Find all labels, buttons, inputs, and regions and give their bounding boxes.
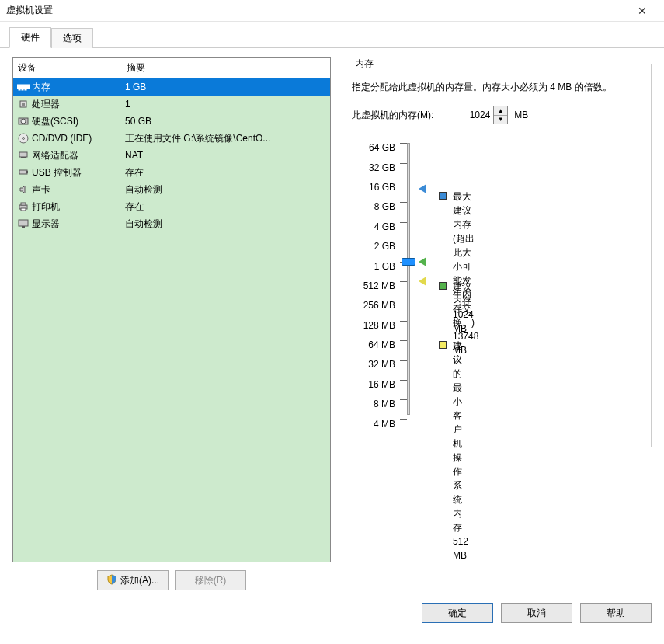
memory-input[interactable] — [440, 106, 493, 124]
sound-icon — [16, 183, 30, 196]
slider-tick-label: 32 MB — [352, 355, 395, 374]
device-name: 内存 — [32, 81, 50, 94]
svg-rect-13 — [26, 171, 28, 173]
tab-options[interactable]: 选项 — [51, 28, 93, 48]
legend-value: 1024 MB — [453, 308, 474, 336]
slider-tick-label: 128 MB — [352, 316, 395, 336]
table-row[interactable]: 内存1 GB — [13, 78, 330, 96]
cpu-icon — [16, 98, 30, 110]
spinner-up-icon[interactable]: ▲ — [494, 106, 507, 116]
device-name: 声卡 — [32, 183, 50, 197]
svg-point-9 — [23, 138, 25, 140]
device-summary: 1 GB — [125, 82, 325, 92]
table-row[interactable]: 处理器1 — [13, 96, 330, 113]
close-icon[interactable]: ✕ — [627, 5, 658, 17]
device-summary: 50 GB — [125, 116, 325, 127]
pointer-blue-icon — [419, 184, 426, 193]
svg-rect-10 — [19, 152, 27, 157]
device-table: 设备 摘要 内存1 GB处理器1硬盘(SCSI)50 GBCD/DVD (IDE… — [12, 57, 331, 562]
slider-tick-label: 16 GB — [352, 178, 395, 197]
memory-slider-area: 64 GB32 GB16 GB8 GB4 GB2 GB1 GB512 MB256… — [352, 138, 641, 434]
legend-title: 建议的最小客户机操作系统内存 — [453, 339, 468, 534]
legend-box-blue-icon — [439, 192, 447, 200]
memory-field-label: 此虚拟机的内存(M): — [352, 109, 433, 122]
legend-entry: 建议的最小客户机操作系统内存512 MB — [439, 339, 468, 562]
legend-title: 建议内存 — [453, 280, 474, 308]
device-summary: 存在 — [125, 166, 325, 179]
slider-tick-label: 256 MB — [352, 296, 395, 315]
device-summary: 1 — [125, 99, 325, 110]
svg-rect-1 — [19, 89, 20, 90]
network-icon — [16, 149, 30, 162]
header-device[interactable]: 设备 — [18, 61, 127, 75]
printer-icon — [16, 200, 30, 213]
legend-title: 最大建议内存 — [453, 190, 478, 231]
device-name: USB 控制器 — [32, 166, 82, 179]
device-summary: 自动检测 — [125, 183, 325, 197]
table-row[interactable]: USB 控制器存在 — [13, 164, 330, 181]
tab-hardware[interactable]: 硬件 — [9, 27, 51, 48]
main-panel: 设备 摘要 内存1 GB处理器1硬盘(SCSI)50 GBCD/DVD (IDE… — [0, 48, 664, 597]
memory-description: 指定分配给此虚拟机的内存量。内存大小必须为 4 MB 的倍数。 — [352, 80, 641, 95]
disk-icon — [16, 115, 30, 127]
device-summary: 正在使用文件 G:\系统镜像\CentO... — [125, 132, 325, 145]
remove-button: 移除(R) — [175, 570, 246, 590]
memory-legend: 最大建议内存(超出此大小可能发生内存交换。)13748 MB建议内存1024 M… — [431, 138, 439, 418]
table-row[interactable]: 网络适配器NAT — [13, 147, 330, 164]
memory-groupbox: 内存 指定分配给此虚拟机的内存量。内存大小必须为 4 MB 的倍数。 此虚拟机的… — [342, 57, 652, 447]
slider-handle-icon[interactable] — [402, 258, 415, 266]
ok-button[interactable]: 确定 — [422, 603, 493, 623]
memory-icon — [16, 81, 30, 93]
slider-tick-label: 2 GB — [352, 237, 395, 256]
memory-slider[interactable] — [400, 138, 417, 418]
memory-detail: 内存 指定分配给此虚拟机的内存量。内存大小必须为 4 MB 的倍数。 此虚拟机的… — [342, 57, 652, 590]
device-summary: NAT — [125, 150, 325, 161]
window-title: 虚拟机设置 — [6, 4, 627, 17]
slider-track — [407, 143, 410, 415]
device-summary: 自动检测 — [125, 218, 325, 231]
svg-rect-18 — [22, 226, 25, 228]
table-row[interactable]: 打印机存在 — [13, 198, 330, 215]
svg-rect-15 — [21, 203, 26, 205]
header-summary[interactable]: 摘要 — [127, 61, 325, 75]
dialog-buttons: 确定 取消 帮助 — [0, 597, 664, 632]
shield-icon — [106, 574, 117, 587]
device-name: 打印机 — [32, 200, 60, 214]
device-name: 网络适配器 — [32, 149, 78, 162]
slider-pointers — [417, 138, 431, 418]
slider-tick-label: 16 MB — [352, 375, 395, 395]
cancel-button[interactable]: 取消 — [501, 603, 572, 623]
legend-info: 建议内存1024 MB — [453, 280, 474, 336]
memory-spinner[interactable]: ▲ ▼ — [440, 106, 508, 124]
svg-rect-5 — [22, 103, 25, 106]
pointer-yellow-icon — [419, 277, 426, 286]
slider-tick-label: 8 MB — [352, 395, 395, 414]
cd-icon — [16, 132, 30, 144]
svg-point-7 — [21, 119, 26, 124]
legend-box-green-icon — [439, 282, 447, 290]
legend-info: 建议的最小客户机操作系统内存512 MB — [453, 339, 468, 562]
device-table-body: 内存1 GB处理器1硬盘(SCSI)50 GBCD/DVD (IDE)正在使用文… — [13, 78, 330, 232]
svg-rect-3 — [25, 89, 26, 90]
spinner-down-icon[interactable]: ▼ — [494, 116, 507, 124]
add-button[interactable]: 添加(A)... — [97, 570, 169, 590]
slider-tick-label: 64 GB — [352, 138, 395, 158]
usb-icon — [16, 166, 30, 179]
slider-tick-label: 4 GB — [352, 218, 395, 237]
slider-tick-label: 32 GB — [352, 158, 395, 178]
device-name: 处理器 — [32, 98, 60, 111]
svg-rect-2 — [22, 89, 23, 90]
memory-field-row: 此虚拟机的内存(M): ▲ ▼ MB — [352, 106, 641, 124]
help-button[interactable]: 帮助 — [580, 603, 652, 623]
remove-button-label: 移除(R) — [195, 574, 227, 587]
device-summary: 存在 — [125, 200, 325, 214]
legend-value: 512 MB — [453, 534, 468, 562]
table-row[interactable]: 硬盘(SCSI)50 GB — [13, 113, 330, 130]
slider-tick-labels: 64 GB32 GB16 GB8 GB4 GB2 GB1 GB512 MB256… — [352, 138, 400, 434]
device-table-header: 设备 摘要 — [13, 58, 330, 78]
memory-unit: MB — [514, 110, 528, 120]
add-button-label: 添加(A)... — [120, 574, 159, 587]
table-row[interactable]: 显示器自动检测 — [13, 215, 330, 232]
table-row[interactable]: 声卡自动检测 — [13, 181, 330, 198]
table-row[interactable]: CD/DVD (IDE)正在使用文件 G:\系统镜像\CentO... — [13, 130, 330, 147]
